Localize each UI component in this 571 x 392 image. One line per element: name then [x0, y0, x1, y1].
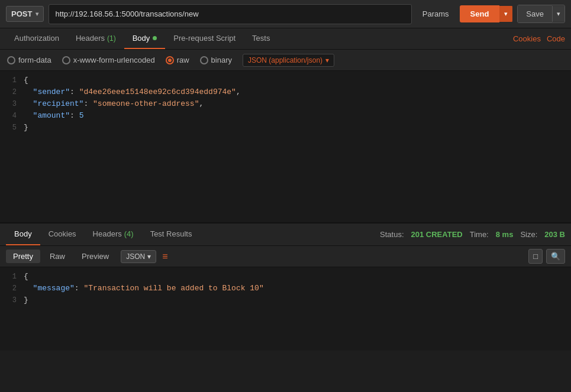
- json-type-select[interactable]: JSON (application/json) ▾: [243, 54, 334, 67]
- resp-tab-body[interactable]: Body: [6, 223, 40, 245]
- binary-option[interactable]: binary: [200, 56, 232, 64]
- size-value: 203 B: [544, 230, 565, 239]
- response-code-editor[interactable]: 1{2 "message": "Transaction will be adde…: [0, 267, 571, 351]
- fmt-tab-raw[interactable]: Raw: [43, 250, 72, 263]
- request-tabs-right: Cookies Code: [513, 34, 565, 43]
- resp-tab-cookies[interactable]: Cookies: [40, 223, 85, 245]
- status-label: Status:: [380, 230, 404, 239]
- urlencoded-radio[interactable]: [62, 56, 70, 64]
- send-dropdown-button[interactable]: ▾: [499, 6, 512, 22]
- urlencoded-option[interactable]: x-www-form-urlencoded: [62, 56, 155, 64]
- tab-headers[interactable]: Headers (1): [67, 28, 124, 49]
- response-format-bar: Pretty Raw Preview JSON ▾ ≡ □ 🔍: [0, 246, 571, 267]
- line-content: }: [24, 294, 28, 306]
- line-content: "amount": 5: [24, 110, 83, 122]
- resp-tab-headers[interactable]: Headers (4): [85, 223, 142, 245]
- line-content: }: [24, 122, 28, 134]
- time-label: Time:: [470, 230, 489, 239]
- tab-prerequest[interactable]: Pre-request Script: [165, 28, 244, 49]
- size-label: Size:: [520, 230, 537, 239]
- save-button-group: Save ▾: [517, 5, 565, 23]
- response-format-right: □ 🔍: [528, 249, 565, 264]
- tab-tests[interactable]: Tests: [244, 28, 278, 49]
- response-format-tabs: Pretty Raw Preview JSON ▾ ≡: [6, 250, 172, 263]
- send-button-group: Send ▾: [460, 5, 513, 22]
- line-number: 5: [0, 122, 24, 134]
- time-value: 8 ms: [496, 230, 514, 239]
- params-button[interactable]: Params: [417, 7, 455, 21]
- response-section: Body Cookies Headers (4) Test Results St…: [0, 223, 571, 351]
- raw-radio[interactable]: [166, 56, 174, 64]
- line-number: 2: [0, 283, 24, 294]
- search-button[interactable]: 🔍: [546, 249, 565, 264]
- code-line: 2 "sender": "d4ee26eee15148ee92c6cd394ed…: [0, 86, 571, 98]
- line-content: {: [24, 271, 28, 283]
- code-line: 3}: [0, 294, 571, 306]
- response-tab-bar: Body Cookies Headers (4) Test Results St…: [0, 223, 571, 246]
- save-button[interactable]: Save: [518, 5, 552, 22]
- tab-authorization[interactable]: Authorization: [6, 28, 67, 49]
- cookies-link[interactable]: Cookies: [513, 34, 541, 43]
- fmt-tab-preview[interactable]: Preview: [75, 250, 116, 263]
- resp-json-chevron-icon: ▾: [147, 252, 151, 261]
- request-code-editor[interactable]: 1{2 "sender": "d4ee26eee15148ee92c6cd394…: [0, 71, 571, 222]
- json-type-chevron-icon: ▾: [325, 56, 329, 64]
- code-line: 5}: [0, 122, 571, 134]
- top-bar: POST ▾ Params Send ▾ Save ▾: [0, 0, 571, 28]
- save-dropdown-button[interactable]: ▾: [552, 6, 564, 22]
- body-options-bar: form-data x-www-form-urlencoded raw bina…: [0, 50, 571, 71]
- method-label: POST: [11, 9, 32, 18]
- request-tabs: Authorization Headers (1) Body Pre-reque…: [6, 28, 278, 49]
- headers-badge: (1): [107, 34, 116, 43]
- form-data-radio[interactable]: [7, 56, 15, 64]
- wrap-icon-button[interactable]: ≡: [159, 250, 171, 263]
- response-json-select[interactable]: JSON ▾: [121, 250, 156, 263]
- method-chevron-icon: ▾: [36, 11, 38, 17]
- raw-option[interactable]: raw: [166, 56, 189, 64]
- fmt-tab-pretty[interactable]: Pretty: [6, 250, 40, 263]
- code-line: 1{: [0, 74, 571, 86]
- line-content: {: [24, 74, 28, 86]
- send-button[interactable]: Send: [460, 5, 500, 22]
- response-info: Status: 201 CREATED Time: 8 ms Size: 203…: [380, 230, 565, 239]
- code-line: 3 "recipient": "someone-other-address",: [0, 98, 571, 110]
- line-content: "message": "Transaction will be added to…: [24, 283, 264, 294]
- line-number: 1: [0, 271, 24, 283]
- resp-headers-badge: (4): [124, 229, 134, 238]
- line-number: 1: [0, 74, 24, 86]
- line-number: 3: [0, 98, 24, 110]
- line-number: 2: [0, 86, 24, 98]
- code-link[interactable]: Code: [547, 34, 565, 43]
- line-number: 4: [0, 110, 24, 122]
- status-value: 201 CREATED: [411, 230, 463, 239]
- copy-button[interactable]: □: [528, 249, 543, 264]
- line-content: "recipient": "someone-other-address",: [24, 98, 204, 110]
- method-select[interactable]: POST ▾: [6, 6, 44, 22]
- request-tab-bar: Authorization Headers (1) Body Pre-reque…: [0, 28, 571, 50]
- url-input[interactable]: [49, 4, 411, 24]
- form-data-option[interactable]: form-data: [7, 56, 51, 64]
- tab-body[interactable]: Body: [124, 28, 166, 49]
- code-line: 4 "amount": 5: [0, 110, 571, 122]
- binary-radio[interactable]: [200, 56, 208, 64]
- body-dot-icon: [153, 36, 157, 40]
- code-line: 2 "message": "Transaction will be added …: [0, 283, 571, 294]
- response-tabs: Body Cookies Headers (4) Test Results: [6, 223, 200, 245]
- code-line: 1{: [0, 271, 571, 283]
- request-section: Authorization Headers (1) Body Pre-reque…: [0, 28, 571, 223]
- resp-tab-test-results[interactable]: Test Results: [142, 223, 201, 245]
- line-number: 3: [0, 294, 24, 306]
- line-content: "sender": "d4ee26eee15148ee92c6cd394edd9…: [24, 86, 241, 98]
